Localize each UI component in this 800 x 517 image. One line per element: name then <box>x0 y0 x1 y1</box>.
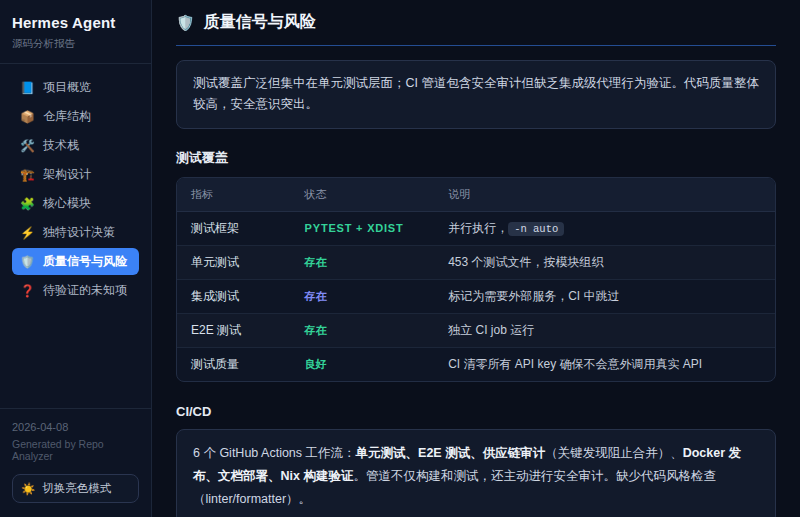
metric-cell: 测试质量 <box>177 347 291 381</box>
section-heading-test-coverage: 测试覆盖 <box>176 149 776 167</box>
sidebar-divider <box>0 63 151 64</box>
test-coverage-table: 指标状态说明 测试框架PYTEST + XDIST并行执行，-n auto单元测… <box>176 177 776 382</box>
text-segment: 6 个 GitHub Actions 工作流： <box>193 446 356 460</box>
description-cell: 并行执行，-n auto <box>434 211 775 245</box>
table-row: 集成测试存在标记为需要外部服务，CI 中跳过 <box>177 279 775 313</box>
sidebar-item-label: 核心模块 <box>43 195 91 212</box>
sidebar-item[interactable]: 🧩核心模块 <box>12 190 139 217</box>
lightning-icon: ⚡ <box>20 226 35 240</box>
sun-icon: ☀️ <box>21 482 35 496</box>
sidebar-item[interactable]: 📦仓库结构 <box>12 103 139 130</box>
construction-icon: 🏗️ <box>20 168 35 182</box>
description-cell: 453 个测试文件，按模块组织 <box>434 245 775 279</box>
page-title-text: 质量信号与风险 <box>204 12 316 33</box>
text-segment: CI 清零所有 API key 确保不会意外调用真实 API <box>448 357 702 371</box>
status-badge: 存在 <box>305 324 327 336</box>
app-subtitle: 源码分析报告 <box>12 37 139 51</box>
table-row: E2E 测试存在独立 CI job 运行 <box>177 313 775 347</box>
table-header-row: 指标状态说明 <box>177 178 775 212</box>
tools-icon: 🛠️ <box>20 139 35 153</box>
section-heading-cicd: CI/CD <box>176 404 776 419</box>
sidebar-item[interactable]: 🛡️质量信号与风险 <box>12 248 139 275</box>
description-cell: 独立 CI job 运行 <box>434 313 775 347</box>
sidebar-item-label: 待验证的未知项 <box>43 282 127 299</box>
text-segment: （关键发现阻止合并）、 <box>545 446 683 460</box>
status-cell: 良好 <box>291 347 435 381</box>
sidebar-item-label: 仓库结构 <box>43 108 91 125</box>
column-header: 状态 <box>291 178 435 212</box>
sidebar-item-label: 技术栈 <box>43 137 79 154</box>
shield-icon: 🛡️ <box>176 14 195 32</box>
sidebar-nav: 📘项目概览📦仓库结构🛠️技术栈🏗️架构设计🧩核心模块⚡独特设计决策🛡️质量信号与… <box>12 74 139 306</box>
summary-text: 测试覆盖广泛但集中在单元测试层面；CI 管道包含安全审计但缺乏集成级代理行为验证… <box>193 76 759 111</box>
text-segment: 453 个测试文件，按模块组织 <box>448 255 603 269</box>
summary-card: 测试覆盖广泛但集中在单元测试层面；CI 管道包含安全审计但缺乏集成级代理行为验证… <box>176 60 776 129</box>
sidebar-item[interactable]: 🏗️架构设计 <box>12 161 139 188</box>
table-row: 单元测试存在453 个测试文件，按模块组织 <box>177 245 775 279</box>
sidebar-item[interactable]: ⚡独特设计决策 <box>12 219 139 246</box>
app-title: Hermes Agent <box>12 14 139 31</box>
metric-cell: 测试框架 <box>177 211 291 245</box>
description-cell: CI 清零所有 API key 确保不会意外调用真实 API <box>434 347 775 381</box>
table-row: 测试框架PYTEST + XDIST并行执行，-n auto <box>177 211 775 245</box>
sidebar-item-label: 架构设计 <box>43 166 91 183</box>
cicd-text: 6 个 GitHub Actions 工作流：单元测试、E2E 测试、供应链审计… <box>193 442 759 511</box>
puzzle-icon: 🧩 <box>20 197 35 211</box>
status-badge: 存在 <box>305 290 327 302</box>
metric-cell: E2E 测试 <box>177 313 291 347</box>
text-segment: 标记为需要外部服务，CI 中跳过 <box>448 289 619 303</box>
sidebar-item-label: 质量信号与风险 <box>43 253 127 270</box>
sidebar-item-label: 独特设计决策 <box>43 224 115 241</box>
description-cell: 标记为需要外部服务，CI 中跳过 <box>434 279 775 313</box>
status-cell: 存在 <box>291 279 435 313</box>
sidebar-item[interactable]: 🛠️技术栈 <box>12 132 139 159</box>
question-icon: ❓ <box>20 284 35 298</box>
status-cell: 存在 <box>291 313 435 347</box>
bold-text: 单元测试、E2E 测试、供应链审计 <box>356 446 546 460</box>
column-header: 指标 <box>177 178 291 212</box>
column-header: 说明 <box>434 178 775 212</box>
shield-icon: 🛡️ <box>20 255 35 269</box>
generated-by-label: Generated by Repo Analyzer <box>12 438 139 462</box>
theme-toggle-label: 切换亮色模式 <box>42 481 111 496</box>
status-badge: 存在 <box>305 256 327 268</box>
table-row: 测试质量良好CI 清零所有 API key 确保不会意外调用真实 API <box>177 347 775 381</box>
metric-cell: 集成测试 <box>177 279 291 313</box>
theme-toggle-button[interactable]: ☀️ 切换亮色模式 <box>12 474 139 503</box>
sidebar-footer: 2026-04-08 Generated by Repo Analyzer ☀️… <box>0 408 151 503</box>
page-title: 🛡️ 质量信号与风险 <box>176 12 776 46</box>
book-icon: 📘 <box>20 81 35 95</box>
text-segment: 独立 CI job 运行 <box>448 323 534 337</box>
code-chip: -n auto <box>508 222 564 236</box>
status-badge: PYTEST + XDIST <box>305 222 404 234</box>
package-icon: 📦 <box>20 110 35 124</box>
status-cell: 存在 <box>291 245 435 279</box>
sidebar-item[interactable]: 📘项目概览 <box>12 74 139 101</box>
sidebar: Hermes Agent 源码分析报告 📘项目概览📦仓库结构🛠️技术栈🏗️架构设… <box>0 0 152 517</box>
report-date: 2026-04-08 <box>12 421 139 433</box>
status-cell: PYTEST + XDIST <box>291 211 435 245</box>
status-badge: 良好 <box>305 358 327 370</box>
metric-cell: 单元测试 <box>177 245 291 279</box>
main-content: 🛡️ 质量信号与风险 测试覆盖广泛但集中在单元测试层面；CI 管道包含安全审计但… <box>152 0 800 517</box>
sidebar-item[interactable]: ❓待验证的未知项 <box>12 277 139 304</box>
text-segment: 并行执行， <box>448 221 508 235</box>
cicd-card: 6 个 GitHub Actions 工作流：单元测试、E2E 测试、供应链审计… <box>176 429 776 517</box>
sidebar-item-label: 项目概览 <box>43 79 91 96</box>
